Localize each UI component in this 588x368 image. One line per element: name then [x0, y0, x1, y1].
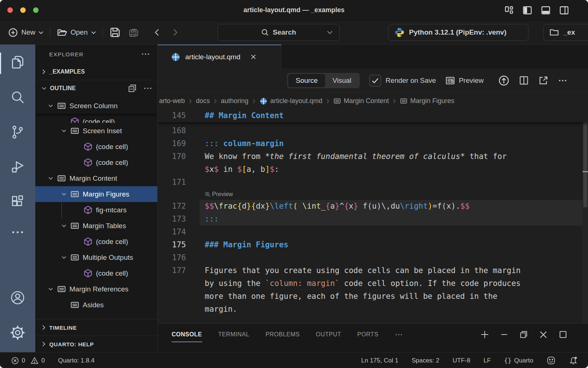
extensions-view-icon[interactable] [0, 184, 35, 219]
save-button[interactable] [110, 27, 121, 38]
code-line[interactable]: margin. [158, 303, 588, 316]
outline-item-margin-figures[interactable]: Margin Figures [35, 186, 157, 202]
breadcrumb-item-arto-web[interactable]: arto-web [159, 97, 185, 105]
outline-item--code-cell-[interactable]: (code cell) [35, 234, 157, 250]
quarto-help-section-header[interactable]: QUARTO: HELP [35, 336, 157, 352]
toggle-right-sidebar-icon[interactable] [559, 6, 569, 15]
eol-status[interactable]: LF [484, 357, 491, 364]
outline-item-margin-content[interactable]: Margin Content [35, 170, 157, 186]
minimize-panel-icon[interactable] [500, 330, 508, 339]
editor-scrollbar[interactable] [582, 109, 588, 323]
breadcrumb-item-margin-content[interactable]: Margin Content [333, 97, 389, 105]
source-control-view-icon[interactable] [0, 114, 35, 149]
code-editor[interactable]: 145## Margin Content168169::: column-mar… [158, 109, 588, 323]
customize-layout-icon[interactable] [504, 6, 514, 15]
breadcrumb-item-article-layout-qmd[interactable]: article-layout.qmd [259, 97, 322, 105]
outline-item--code-cell-[interactable]: (code cell) [35, 139, 157, 155]
breadcrumb-item-docs[interactable]: docs [196, 97, 210, 105]
code-line[interactable]: 176 [158, 251, 588, 264]
code-line[interactable]: 173::: [158, 213, 588, 226]
panel-tab-problems[interactable]: PROBLEMS [266, 324, 300, 345]
zoom-window-button[interactable] [33, 7, 39, 13]
indentation-status[interactable]: Spaces: 2 [412, 357, 440, 364]
save-all-button[interactable] [128, 27, 139, 38]
code-line[interactable]: by using the `column: margin` code cell … [158, 277, 588, 290]
split-editor-button[interactable] [519, 75, 529, 85]
outline-item-fig-mtcars[interactable]: fig-mtcars [35, 202, 157, 218]
search-view-icon[interactable] [0, 79, 35, 114]
code-line[interactable]: 169::: column-margin [158, 137, 588, 150]
settings-gear-icon[interactable] [0, 315, 35, 350]
outline-item-asides[interactable]: Asides [35, 297, 157, 313]
render-button[interactable] [498, 75, 509, 86]
panel-tab-console[interactable]: CONSOLE [172, 324, 202, 345]
code-line[interactable]: 170We know from *the first fundamental t… [158, 150, 588, 163]
outline-item--code-cell-[interactable]: (code cell) [35, 265, 157, 281]
navigate-back-button[interactable] [153, 28, 161, 36]
problems-status[interactable]: 0 0 [11, 357, 45, 365]
code-line[interactable]: 172$$\frac{d}{dx}\left( \int_{a}^{x} f(u… [158, 200, 588, 213]
code-line[interactable]: 171 [158, 176, 588, 189]
outline-item-margin-references[interactable]: Margin References [35, 281, 157, 297]
explorer-more-actions-icon[interactable] [141, 53, 150, 56]
outline-item-margin-tables[interactable]: Margin Tables [35, 218, 157, 234]
collapse-all-icon[interactable] [128, 84, 137, 93]
cursor-position-status[interactable]: Ln 175, Col 1 [361, 357, 398, 364]
outline-item--code-cell-[interactable]: (code cell) [35, 155, 157, 170]
render-on-save-checkbox[interactable]: Render on Save [369, 75, 436, 86]
feedback-smiley-icon[interactable] [546, 356, 556, 365]
open-in-new-window-button[interactable] [538, 75, 548, 85]
panel-tab-output[interactable]: OUTPUT [316, 324, 341, 345]
more-views-icon[interactable] [0, 219, 35, 245]
outline-item-screen-inset[interactable]: Screen Inset [35, 123, 157, 139]
quarto-version-status[interactable]: Quarto: 1.8.4 [58, 357, 94, 364]
toggle-left-sidebar-icon[interactable] [523, 6, 532, 15]
editor-more-actions-button[interactable] [558, 79, 567, 82]
restore-panel-icon[interactable] [519, 330, 528, 339]
search-input[interactable]: Search [218, 24, 340, 41]
panel-tab-terminal[interactable]: TERMINAL [218, 324, 250, 345]
interpreter-selector-button[interactable]: Python 3.12.1 (PipEnv: .venv) [388, 24, 528, 41]
close-window-button[interactable] [7, 7, 13, 13]
outline-item--code-cell-[interactable]: (code cell) [35, 114, 157, 123]
breadcrumb-item-authoring[interactable]: authoring [221, 97, 248, 105]
language-mode-status[interactable]: {} Quarto [504, 357, 533, 364]
navigate-forward-button[interactable] [171, 28, 179, 36]
mode-source-button[interactable]: Source [288, 74, 325, 87]
code-line[interactable]: 177Figures that you create using code ce… [158, 264, 588, 277]
code-line[interactable]: more than one figure, each of the figure… [158, 290, 588, 303]
outline-item-multiple-outputs[interactable]: Multiple Outputs [35, 250, 157, 265]
run-debug-view-icon[interactable] [0, 149, 35, 184]
scrollbar-thumb[interactable] [583, 111, 587, 207]
panel-tab-ports[interactable]: PORTS [357, 324, 378, 345]
breadcrumb-item-margin-figures[interactable]: Margin Figures [400, 97, 454, 105]
codelens-preview[interactable]: Preview [158, 189, 588, 200]
new-console-plus-icon[interactable] [480, 330, 489, 339]
account-icon[interactable] [0, 280, 35, 315]
maximize-panel-icon[interactable] [559, 330, 567, 339]
notifications-bell-icon[interactable] [569, 356, 578, 365]
encoding-status[interactable]: UTF-8 [453, 357, 470, 364]
code-line[interactable]: 174 [158, 226, 588, 238]
tab-article-layout[interactable]: article-layout.qmd [158, 45, 282, 68]
code-line[interactable]: 168 [158, 124, 588, 137]
timeline-section-header[interactable]: TIMELINE [35, 319, 157, 336]
explorer-view-icon[interactable] [0, 45, 35, 79]
minimize-window-button[interactable] [20, 7, 26, 13]
open-file-button[interactable]: Open [57, 27, 96, 38]
new-file-button[interactable]: New [8, 28, 43, 38]
outline-section-header[interactable]: OUTLINE [35, 80, 157, 96]
code-line[interactable]: 175### Margin Figures [158, 238, 588, 251]
toggle-bottom-panel-icon[interactable] [541, 6, 551, 15]
workspace-folder-button[interactable]: _ex [543, 24, 588, 41]
close-panel-icon[interactable] [539, 330, 548, 339]
code-line[interactable]: $x$ in $[a, b]$: [158, 163, 588, 176]
outline-item-screen-column[interactable]: Screen Column [35, 98, 157, 114]
mode-visual-button[interactable]: Visual [325, 74, 359, 87]
panel-more-tabs-icon[interactable] [395, 324, 403, 345]
outline-more-actions-icon[interactable] [143, 87, 152, 90]
close-tab-icon[interactable] [250, 54, 257, 60]
sticky-scroll-line[interactable]: 145## Margin Content [158, 109, 588, 122]
workspace-section-header[interactable]: _EXAMPLES [35, 64, 157, 80]
preview-button[interactable]: Preview [445, 76, 484, 85]
